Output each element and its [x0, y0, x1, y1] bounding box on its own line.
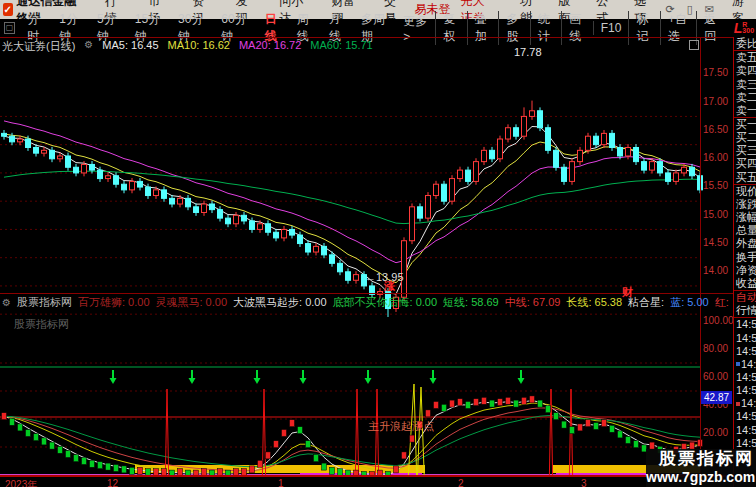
candle-body: [514, 128, 519, 136]
candle-body: [146, 187, 151, 195]
oscillator-dot: [306, 441, 311, 448]
oscillator-dot: [154, 469, 159, 476]
candle-body: [466, 170, 471, 181]
sidebar-row-净资[interactable]: 净资: [734, 264, 756, 277]
sidebar-time-row[interactable]: 14:58: [734, 384, 756, 397]
candle-body: [490, 150, 495, 158]
candle-body: [98, 170, 103, 178]
window-icon[interactable]: ▢: [4, 22, 15, 34]
candle-body: [226, 218, 231, 224]
candle-body: [618, 148, 623, 156]
candle-body: [194, 207, 199, 213]
oscillator-dot: [58, 446, 63, 453]
sidebar-row-卖二[interactable]: 卖二: [734, 91, 756, 104]
green-sell-arrow-icon: [300, 378, 307, 384]
ma-line: [4, 127, 700, 295]
oscillator-dot: [330, 467, 335, 474]
candle-body: [234, 215, 239, 223]
sidebar-row-卖一[interactable]: 卖一: [734, 104, 756, 118]
price-tick-17.50: 17.50: [703, 67, 734, 78]
timeline-label-4: 3: [581, 478, 587, 487]
red-signal-spike: [165, 389, 169, 476]
sidebar-time-row[interactable]: 14:58: [734, 410, 756, 423]
candle-body: [410, 207, 415, 241]
oscillator-dot: [506, 397, 511, 404]
oscillator-dot: [146, 469, 151, 476]
candle-body: [434, 184, 439, 195]
candle-body: [674, 173, 679, 181]
indicator-field-9: 红: 0.00: [715, 295, 731, 310]
oscillator-dot: [274, 441, 279, 448]
oscillator-dot: [458, 399, 463, 406]
zhang-news-marker[interactable]: 涨: [384, 279, 395, 294]
indicator-field-8: 蓝: 5.00: [670, 295, 709, 310]
price-tick-16.00: 16.00: [703, 152, 734, 163]
sidebar-row-卖四[interactable]: 卖四: [734, 64, 756, 77]
sidebar-row-卖五[interactable]: 卖五: [734, 51, 756, 64]
tool-btn-F10[interactable]: F10: [593, 21, 629, 35]
indicator-header: ⚙股票指标网百万雄狮: 0.00灵魂黑马: 0.00大波黑马起步: 0.00底部…: [2, 295, 731, 310]
oscillator-dot: [562, 421, 567, 428]
sidebar-row-总量[interactable]: 总量: [734, 224, 756, 237]
sidebar-row-收益[interactable]: 收益: [734, 277, 756, 291]
pane-maximize-icon[interactable]: [689, 40, 699, 50]
sidebar-row-买三[interactable]: 买三: [734, 144, 756, 157]
sidebar-time: 14:58: [736, 410, 756, 423]
sidebar-time-row[interactable]: 14:58: [734, 331, 756, 344]
oscillator-dot: [490, 400, 495, 407]
sidebar-time: 14:58: [736, 332, 756, 345]
chart-canvas[interactable]: [0, 37, 733, 476]
sidebar-row-现价[interactable]: 现价: [734, 185, 756, 198]
tdx-logo: ✓: [3, 3, 13, 16]
peak-price-label: 17.78: [514, 46, 542, 58]
indicator-tick-20.00: 20.00: [703, 427, 734, 438]
candle-body: [306, 244, 311, 252]
indicator-field-3: 底部不买你后悔: 0.00: [333, 295, 438, 310]
sidebar-row-买五[interactable]: 买五: [734, 171, 756, 185]
green-sell-arrow-icon: [254, 378, 261, 384]
sidebar-row-买四[interactable]: 买四: [734, 157, 756, 170]
indicator-current-value-badge: 42.87: [701, 391, 732, 404]
oscillator-dot: [410, 435, 415, 442]
candle-body: [218, 210, 223, 218]
sidebar-time-row[interactable]: 14:58: [734, 358, 756, 371]
sidebar-row-自动[interactable]: 自动: [734, 291, 756, 304]
candle-body: [50, 150, 55, 158]
quote-sidebar: 委比卖五卖四卖三卖二卖一买一买二买三买四买五现价涨跌涨幅总量外盘换手净资收益自动…: [733, 37, 756, 487]
candle-body: [546, 128, 551, 151]
sidebar-time-row[interactable]: 14:58: [734, 397, 756, 410]
sidebar-row-换手[interactable]: 换手: [734, 251, 756, 264]
sidebar-row-涨跌[interactable]: 涨跌: [734, 198, 756, 211]
candle-body: [690, 167, 695, 175]
candle-body: [458, 170, 463, 178]
candle-body: [154, 190, 159, 196]
green-sell-arrow-icon: [110, 378, 117, 384]
oscillator-dot: [610, 425, 615, 432]
candle-body: [210, 204, 215, 210]
sidebar-time-row[interactable]: 14:58: [734, 318, 756, 331]
candle-body: [354, 275, 359, 281]
candle-body: [10, 136, 15, 142]
sidebar-row-外盘[interactable]: 外盘: [734, 237, 756, 250]
candle-body: [170, 198, 175, 204]
oscillator-dot: [594, 423, 599, 430]
oscillator-dot: [114, 465, 119, 472]
candle-body: [346, 272, 351, 280]
timeline-label-3: 2: [458, 478, 464, 487]
candle-body: [90, 164, 95, 170]
candle-body: [186, 198, 191, 206]
sidebar-time-row[interactable]: 14:58: [734, 371, 756, 384]
sidebar-row-行情[interactable]: 行情: [734, 304, 756, 318]
candle-body: [82, 164, 87, 172]
sidebar-row-委比[interactable]: 委比: [734, 37, 756, 51]
indicator-field-label: 长线:: [566, 296, 591, 308]
sidebar-time-row[interactable]: 14:58: [734, 437, 756, 450]
sidebar-row-买一[interactable]: 买一: [734, 118, 756, 131]
sidebar-row-涨幅[interactable]: 涨幅: [734, 211, 756, 224]
sidebar-time-row[interactable]: 14:58: [734, 345, 756, 358]
sidebar-time-row[interactable]: 14:58: [734, 424, 756, 437]
oscillator-dot: [266, 452, 271, 459]
sidebar-row-买二[interactable]: 买二: [734, 131, 756, 144]
sidebar-row-卖三[interactable]: 卖三: [734, 77, 756, 90]
oscillator-dot: [522, 397, 527, 404]
